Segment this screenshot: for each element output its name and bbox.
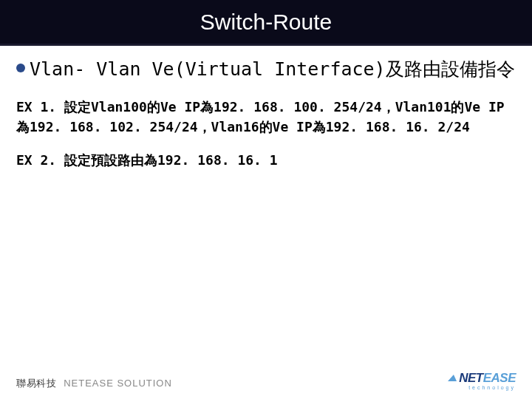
heading-row: Vlan- Vlan Ve(Virtual Interface)及路由設備指令 <box>16 56 516 82</box>
logo-mark-icon <box>448 375 458 381</box>
logo-wordmark: NETEASE <box>449 372 516 384</box>
netease-logo: NETEASE technology <box>449 372 516 390</box>
logo-text-ease: EASE <box>483 371 516 385</box>
logo-subtext: technology <box>468 385 516 390</box>
slide-title: Switch-Route <box>200 10 332 35</box>
example-1: EX 1. 設定Vlan100的Ve IP為192. 168. 100. 254… <box>16 97 516 137</box>
example-2: EX 2. 設定預設路由為192. 168. 16. 1 <box>16 150 516 170</box>
bullet-icon <box>16 64 25 72</box>
slide-content: Vlan- Vlan Ve(Virtual Interface)及路由設備指令 … <box>0 46 532 170</box>
footer-company: 聯易科技 NETEASE SOLUTION <box>16 377 172 390</box>
company-name-en: NETEASE SOLUTION <box>64 378 172 389</box>
company-name-cn: 聯易科技 <box>16 378 56 389</box>
section-heading: Vlan- Vlan Ve(Virtual Interface)及路由設備指令 <box>30 56 515 82</box>
logo-text-net: NET <box>459 371 483 385</box>
footer: 聯易科技 NETEASE SOLUTION NETEASE technology <box>16 372 516 390</box>
title-bar: Switch-Route <box>0 0 532 46</box>
